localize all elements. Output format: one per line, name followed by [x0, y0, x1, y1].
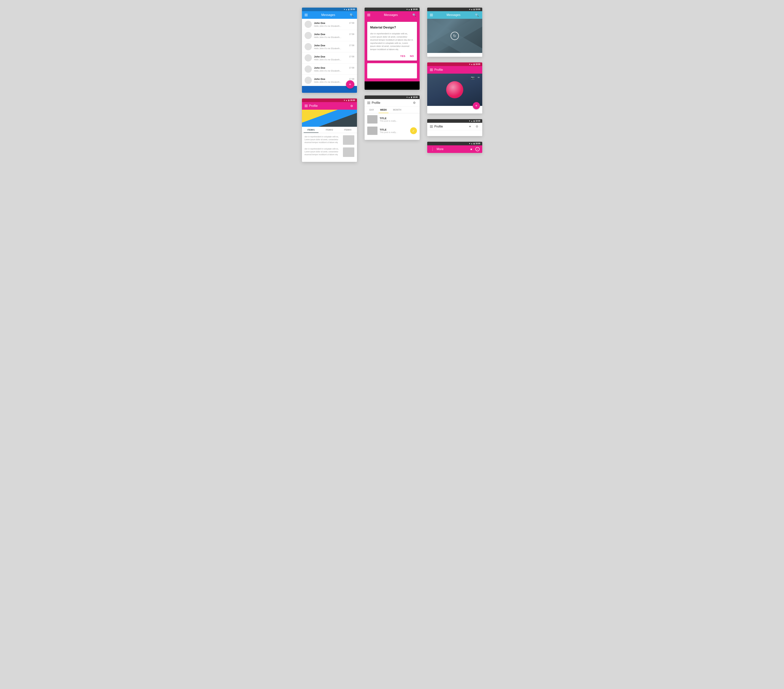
time-7: 18:00	[475, 120, 480, 122]
msg-preview: Hello John it's me Elizabeth...	[314, 25, 354, 27]
msg-name: John Doe	[314, 66, 325, 69]
tab-day[interactable]: DAY	[366, 107, 377, 113]
dialog-footer	[365, 81, 420, 90]
battery-icon: ▮	[411, 96, 412, 98]
battery-icon: ▮	[411, 8, 412, 10]
wifi-icon: ▾	[469, 120, 470, 122]
info-icon[interactable]: i	[475, 147, 479, 151]
hamburger-icon-6[interactable]	[430, 69, 433, 71]
edit-icon[interactable]: ✏	[478, 76, 480, 79]
app-bar-2: Messages 🔍	[365, 11, 420, 19]
more-vert-icon[interactable]: ⋮	[430, 146, 435, 152]
msg-preview: Hello John it's me Elizabeth...	[314, 47, 354, 49]
app-title-3: Messages	[433, 13, 474, 17]
list-item[interactable]: John Doe 17:58 Hello John it's me Elizab…	[302, 30, 357, 41]
refresh-icon[interactable]: ↻	[451, 32, 459, 40]
phone-profile-avatar: ▾ ▲ ▮ 18:00 Profile 📷 ✏ +	[427, 62, 482, 113]
tab-item3[interactable]: ITEM#3	[339, 127, 357, 133]
material-image: ↻	[427, 19, 482, 53]
time-6: 18:00	[475, 63, 480, 65]
dialog-yes-button[interactable]: YES	[400, 55, 405, 58]
list-item[interactable]: TITLE This post is really...	[367, 115, 417, 123]
tab-week[interactable]: WEEK	[377, 107, 390, 113]
app-title-8: More	[437, 148, 469, 151]
hamburger-icon-3[interactable]	[430, 14, 433, 16]
wifi-icon: ▾	[407, 8, 407, 10]
column-1: ▾ ▲ ▮ 18:00 Messages 🔍 John Doe 17:58	[302, 8, 357, 162]
post-info: TITLE This post is really...	[380, 117, 397, 122]
settings-icon-4[interactable]: ⚙	[349, 103, 354, 109]
hamburger-icon-7[interactable]	[430, 125, 433, 128]
search-icon-3[interactable]: 🔍	[474, 12, 479, 18]
heart-icon[interactable]: ♥	[468, 124, 473, 129]
tab-month[interactable]: MONTH	[390, 107, 404, 113]
status-bar-8: ▾ ▲ ▮ 18:00	[427, 142, 482, 145]
phone-image: ▾ ▲ ▮ 18:00 Messages 🔍 ↻	[427, 8, 482, 57]
tab-item1[interactable]: ITEM#1	[302, 127, 320, 133]
post-preview: This post is really...	[380, 131, 397, 133]
hamburger-icon-5[interactable]	[367, 102, 370, 104]
app-title-7: Profile	[435, 125, 468, 128]
msg-time: 17:58	[349, 44, 354, 46]
status-icons-2: ▾ ▲ ▮ 18:00	[407, 8, 418, 10]
profile-content-7	[427, 130, 482, 136]
list-item[interactable]: John Doe 17:58 Hello John it's me Elizab…	[302, 19, 357, 30]
dialog-body: olor in reprehenderit in voluptate velit…	[370, 32, 414, 51]
app-title-1: Messages	[308, 13, 349, 17]
content-row: olor in reprehenderit in voluptate velit…	[305, 135, 354, 145]
msg-content: John Doe 17:58 Hello John it's me Elizab…	[314, 55, 354, 61]
msg-name: John Doe	[314, 44, 325, 47]
avatar	[305, 32, 312, 39]
list-item[interactable]: John Doe 17:58 Hello John it's me Elizab…	[302, 53, 357, 64]
msg-content: John Doe 17:58 Hello John it's me Elizab…	[314, 33, 354, 38]
tab-item2[interactable]: ITEM#2	[320, 127, 339, 133]
avatar-circle	[446, 81, 463, 98]
msg-time: 17:58	[349, 33, 354, 35]
fab-add-button[interactable]: +	[473, 102, 480, 109]
msg-name: John Doe	[314, 33, 325, 36]
week-tabs: DAY WEEK MONTH	[365, 107, 420, 113]
time-4: 18:00	[350, 99, 355, 101]
dialog-title: Material Design?	[370, 26, 414, 30]
app-title-5: Profile	[372, 101, 412, 105]
star-icon[interactable]: ★	[469, 146, 474, 152]
fab-compose-button[interactable]: +	[346, 80, 354, 89]
phone-profile-week: ▾ ▲ ▮ 18:00 Profile ⚙ DAY WEEK MONTH TIT…	[365, 95, 420, 140]
content-row: olor in reprehenderit in voluptate velit…	[305, 148, 354, 157]
msg-preview: Hello John it's me Elizabeth...	[314, 58, 354, 61]
hamburger-icon-2[interactable]	[367, 14, 370, 16]
search-icon-1[interactable]: 🔍	[349, 12, 354, 18]
status-icons-4: ▾ ▲ ▮ 18:00	[344, 99, 355, 101]
image-footer	[427, 53, 482, 57]
hamburger-icon-1[interactable]	[305, 14, 308, 16]
camera-icon[interactable]: 📷	[471, 76, 474, 79]
signal-icon: ▲	[346, 8, 348, 10]
dialog-no-button[interactable]: NO	[410, 55, 414, 58]
msg-content: John Doe 17:58 Hello John it's me Elizab…	[314, 21, 354, 27]
msg-time: 17:58	[349, 22, 354, 24]
phone-dialog: ▾ ▲ ▮ 18:00 Messages 🔍 Material Design? …	[365, 8, 420, 90]
msg-name: John Doe	[314, 21, 325, 25]
msg-preview: Hello John it's me Elizabeth...	[314, 70, 354, 72]
check-badge: ✓	[410, 127, 417, 134]
avatar-banner: 📷 ✏ +	[427, 74, 482, 106]
app-bar-5: Profile ⚙	[365, 99, 420, 107]
list-item[interactable]: John Doe 17:58 Hello John it's me Elizab…	[302, 41, 357, 53]
msg-content: John Doe 17:58 Hello John it's me Elizab…	[314, 44, 354, 49]
settings-icon-7[interactable]: ⚙	[474, 124, 479, 129]
settings-icon-5[interactable]: ⚙	[412, 100, 417, 105]
signal-icon: ▲	[408, 8, 410, 10]
msg-time: 17:58	[349, 78, 354, 80]
list-item[interactable]: John Doe 17:58 Hello John it's me Elizab…	[302, 64, 357, 75]
dialog-actions: YES NO	[370, 55, 414, 58]
message-list: John Doe 17:58 Hello John it's me Elizab…	[302, 19, 357, 86]
status-bar-4: ▾ ▲ ▮ 18:00	[302, 99, 357, 102]
time-3: 18:00	[475, 8, 480, 10]
list-item[interactable]: TITLE This post is really... ✓	[367, 127, 417, 135]
search-icon-2[interactable]: 🔍	[412, 12, 417, 18]
post-thumb	[367, 127, 377, 135]
app-bar-8: ⋮ More ★ i	[427, 145, 482, 153]
wifi-icon: ▾	[469, 63, 470, 65]
time-1: 18:00	[350, 8, 355, 10]
hamburger-icon-4[interactable]	[305, 105, 308, 107]
